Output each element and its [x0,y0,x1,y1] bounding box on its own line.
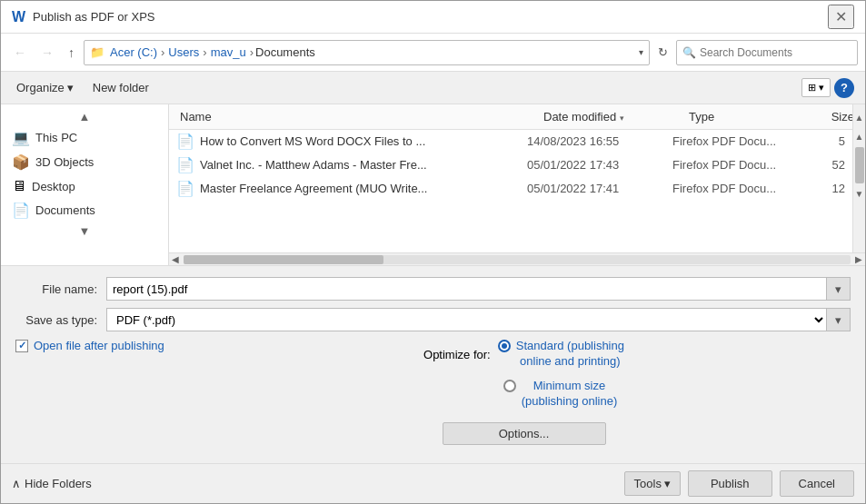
col-type-header[interactable]: Type [685,108,803,125]
pdf-icon-3: 📄 [176,180,194,197]
chevron-down-icon: ∧ [12,477,21,490]
save-type-dropdown-arrow[interactable]: ▾ [827,308,851,331]
sidebar-scroll-up[interactable]: ▲ [1,108,168,125]
sort-arrow-icon: ▾ [620,114,624,123]
file-name-dropdown-arrow[interactable]: ▾ [827,277,851,301]
file-type-2: Firefox PDF Docu... [672,158,791,172]
minimum-radio-option[interactable]: Minimum size(publishing online) [503,379,618,410]
file-area: Name Date modified ▾ Type Size ▲ 📄 How t… [169,104,865,265]
hide-folders-label: Hide Folders [25,477,92,490]
table-row[interactable]: 📄 How to Convert MS Word DOCX Files to .… [169,130,852,153]
action-bar: Organize ▾ New folder ⊞ ▾ ? [1,72,865,104]
sidebar-label-desktop: Desktop [32,180,75,193]
bottom-bar: ∧ Hide Folders Tools ▾ Publish Cancel [1,463,865,503]
save-as-type-row: Save as type: PDF (*.pdf) ▾ [15,308,851,331]
tools-button[interactable]: Tools ▾ [624,471,681,496]
h-scroll-track[interactable] [184,255,851,264]
sidebar: ▲ 💻 This PC 📦 3D Objects 🖥 Desktop 📄 Doc… [1,104,169,265]
file-name-3: Master Freelance Agreement (MUO Write... [200,182,527,195]
address-part-user[interactable]: mav_u [209,45,248,59]
sidebar-label-this-pc: This PC [35,131,77,144]
action-bar-left: Organize ▾ New folder [12,78,156,97]
checkbox-check-icon: ✓ [18,340,26,351]
standard-radio-label: Standard (publishingonline and printing) [516,339,624,370]
search-input[interactable] [700,46,851,59]
options-button[interactable]: Options... [443,422,606,445]
search-bar[interactable]: 🔍 [676,40,858,65]
main-area: ▲ 💻 This PC 📦 3D Objects 🖥 Desktop 📄 Doc… [1,104,865,265]
address-sep-3: › [250,45,254,59]
address-sep-1: › [161,45,164,59]
scroll-down-arrow[interactable]: ▼ [853,187,865,201]
address-dropdown-button[interactable]: ▾ [639,47,643,57]
standard-radio-button[interactable] [498,340,511,352]
title-bar-left: W Publish as PDF or XPS [12,9,155,25]
forward-button[interactable]: → [35,42,59,64]
open-after-publish-checkbox[interactable]: ✓ [15,340,28,352]
address-bar[interactable]: 📁 Acer (C:) › Users › mav_u › Documents … [84,40,650,65]
sidebar-item-3d-objects[interactable]: 📦 3D Objects [1,150,168,174]
sidebar-item-this-pc[interactable]: 💻 This PC [1,125,168,150]
search-icon: 🔍 [682,46,696,59]
sidebar-item-documents[interactable]: 📄 Documents [1,198,168,222]
optimize-for-label: Optimize for: [423,348,491,361]
refresh-button[interactable]: ↻ [653,43,672,62]
file-list-container: 📄 How to Convert MS Word DOCX Files to .… [169,130,865,252]
scroll-up-arrow[interactable]: ▲ [853,130,865,143]
documents-icon: 📄 [12,202,30,219]
scroll-up-btn[interactable]: ▲ [852,104,865,130]
file-name-input[interactable] [106,277,827,301]
standard-radio-dot [502,343,507,349]
sidebar-item-desktop[interactable]: 🖥 Desktop [1,174,168,198]
address-current: Documents [255,45,315,59]
address-parts: Acer (C:) › Users › mav_u › Documents [108,45,635,59]
up-button[interactable]: ↑ [63,42,80,64]
file-date-3: 05/01/2022 17:41 [527,182,672,195]
save-as-type-select[interactable]: PDF (*.pdf) [106,308,827,331]
bottom-right: Tools ▾ Publish Cancel [624,470,854,497]
file-name-row: File name: ▾ [15,277,851,301]
table-row[interactable]: 📄 Master Freelance Agreement (MUO Write.… [169,177,852,201]
sidebar-scroll-down[interactable]: ▼ [1,222,168,240]
minimum-radio-label: Minimum size(publishing online) [522,379,618,410]
h-scroll-thumb[interactable] [184,255,383,264]
hide-folders-button[interactable]: ∧ Hide Folders [12,477,92,490]
file-date-2: 05/01/2022 17:43 [527,158,672,172]
organize-button[interactable]: Organize ▾ [12,78,78,97]
view-toggle-button[interactable]: ⊞ ▾ [801,78,831,97]
file-size-1: 5 [791,134,845,148]
help-button[interactable]: ? [834,78,854,98]
col-name-header[interactable]: Name [176,108,540,125]
file-name-input-wrap: ▾ [106,277,851,301]
save-as-type-label: Save as type: [15,313,106,327]
sidebar-label-3d-objects: 3D Objects [35,155,94,169]
file-name-label: File name: [15,282,106,296]
title-bar: W Publish as PDF or XPS ✕ [1,1,865,34]
back-button[interactable]: ← [8,42,32,64]
standard-radio-option[interactable]: Standard (publishingonline and printing) [498,339,624,370]
open-after-publish-wrap: ✓ Open file after publishing [15,339,197,352]
vertical-scrollbar[interactable]: ▲ ▼ [852,130,865,252]
close-button[interactable]: ✕ [828,5,854,29]
file-type-3: Firefox PDF Docu... [672,182,791,195]
optimize-area: Optimize for: Standard (publishingonline… [197,339,851,449]
col-date-header[interactable]: Date modified ▾ [540,108,685,125]
file-date-1: 14/08/2023 16:55 [527,134,672,148]
minimum-radio-button[interactable] [503,380,516,392]
h-scroll-right-btn[interactable]: ▶ [852,254,865,264]
open-after-publish-label[interactable]: Open file after publishing [34,339,164,352]
new-folder-button[interactable]: New folder [85,78,156,97]
scroll-thumb[interactable] [855,147,864,183]
options-area: ✓ Open file after publishing Optimize fo… [15,339,851,449]
horizontal-scrollbar[interactable]: ◀ ▶ [169,252,865,265]
3d-objects-icon: 📦 [12,153,30,171]
address-part-drive[interactable]: Acer (C:) [108,45,159,59]
col-size-header[interactable]: Size [803,108,858,125]
h-scroll-left-btn[interactable]: ◀ [169,254,182,264]
organize-chevron-icon: ▾ [67,81,74,94]
table-row[interactable]: 📄 Valnet Inc. - Matthew Adams - Master F… [169,153,852,177]
publish-button[interactable]: Publish [688,470,772,497]
address-part-users[interactable]: Users [166,45,201,59]
file-type-1: Firefox PDF Docu... [672,134,791,148]
cancel-button[interactable]: Cancel [780,470,854,497]
